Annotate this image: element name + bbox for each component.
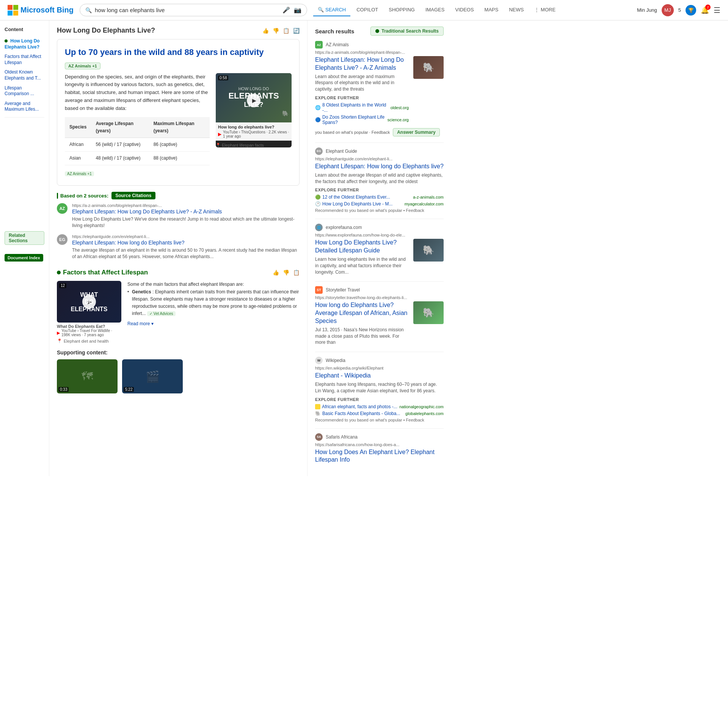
factors-video-thumb[interactable]: 12 WHAT DO ELEPHANTS xyxy=(57,281,121,323)
document-index-badge[interactable]: Document Index xyxy=(5,254,43,262)
result-favicon-wiki: W xyxy=(315,357,323,364)
tab-shopping[interactable]: SHOPPING xyxy=(384,4,419,16)
result-title-ef[interactable]: How Long Do Elephants Live? Detailed Lif… xyxy=(315,239,409,255)
explore-link-zoos-text[interactable]: 🔵 Do Zoos Shorten Elephant Life Spans? xyxy=(315,114,388,125)
supporting-thumbs: 0:33 🗺 5:22 🎬 xyxy=(57,359,300,393)
explore-link-oldest-ever-text[interactable]: 🟢 12 of the Oldest Elephants Ever... xyxy=(315,194,413,200)
result-item-st: ST Storyteller Travel https://storytelle… xyxy=(315,286,444,346)
result-favicon-ef: 🌐 xyxy=(315,224,323,231)
tab-news[interactable]: NEWS xyxy=(504,4,528,16)
source-url-eg: https://elephantguide.com/en/elephant-li… xyxy=(72,234,300,239)
result-title-wiki[interactable]: Elephant - Wikipedia xyxy=(315,372,444,380)
factors-copy[interactable]: 📋 xyxy=(293,269,300,276)
answer-summary-badge[interactable]: Answer Summary xyxy=(393,128,439,136)
source-item-az: AZ https://a-z-animals.com/blog/elephant… xyxy=(57,203,300,229)
explore-link-natgeo: African elephant, facts and photos -... … xyxy=(315,404,444,409)
tab-maps[interactable]: MAPS xyxy=(480,4,503,16)
video-play-button[interactable] xyxy=(247,94,260,107)
explore-link-how-long-text[interactable]: 🕐 How Long Do Elephants Live - M... xyxy=(315,201,405,207)
tab-search[interactable]: 🔍 SEARCH xyxy=(313,4,350,16)
result-desc-eg: Learn about the average lifespan of wild… xyxy=(315,172,444,185)
search-bar[interactable]: 🔍 🎤 📷 xyxy=(80,4,307,16)
source-citations-badge[interactable]: Source Citations xyxy=(111,192,155,199)
explore-link-globalelephants-text[interactable]: 🐘 Basic Facts About Elephants - Globa... xyxy=(315,411,405,416)
video-meta: How long do elephants live? ▶ YouTube › … xyxy=(216,122,292,141)
recommended-text-wiki: Recommended to you based on what's popul… xyxy=(315,418,444,422)
result-url-wiki: https://en.wikipedia.org/wiki/Elephant xyxy=(315,366,444,370)
sidebar-item-average[interactable]: Average and Maximum Lifes... xyxy=(5,99,44,114)
result-title-sa[interactable]: How Long Does An Elephant Live? Elephant… xyxy=(315,448,444,464)
sidebar-item-factors[interactable]: Factors that Affect Lifespan xyxy=(5,52,44,67)
bing-logo-icon xyxy=(8,5,18,16)
copy-icon[interactable]: 📋 xyxy=(283,28,289,34)
explore-link-globalelephants: 🐘 Basic Facts About Elephants - Globa...… xyxy=(315,411,444,416)
factors-section-title: Factors that Affect Lifespan xyxy=(57,269,148,276)
explore-link-oldest-ever-domain: a-z-animals.com xyxy=(413,195,444,199)
video-platform: ▶ YouTube › ThisQuestions · 2.2K views ·… xyxy=(218,130,289,138)
mic-icon[interactable]: 🎤 xyxy=(282,6,290,14)
explore-links-az: 🌐 8 Oldest Elephants in the World -... o… xyxy=(315,102,409,125)
vet-badge[interactable]: ✓ Vet Advices xyxy=(147,311,175,316)
sidebar-item-oldest[interactable]: Oldest Known Elephants and T... xyxy=(5,68,44,83)
result-favicon-az: AZ xyxy=(315,41,323,49)
factors-video-meta-title: What Do Elephants Eat? xyxy=(57,324,121,329)
tab-more[interactable]: ⋮ MORE xyxy=(530,4,560,16)
camera-icon[interactable]: 📷 xyxy=(294,6,301,14)
read-more-button[interactable]: Read more ▾ xyxy=(127,320,300,327)
source-title-az[interactable]: Elephant Lifespan: How Long Do Elephants… xyxy=(72,208,300,215)
hamburger-menu[interactable]: ☰ xyxy=(714,6,720,15)
result-row-ef: How Long Do Elephants Live? Detailed Lif… xyxy=(315,239,444,275)
video-thumbnail[interactable]: 0:58 HOW LONG DO ELEPHANTS LIVE? 🐘 How l… xyxy=(216,73,292,147)
table-row-african: African 56 (wild) / 17 (captive) 86 (cap… xyxy=(65,138,210,151)
result-domain-st: Storyteller Travel xyxy=(326,287,360,293)
answer-source-badge[interactable]: AZ Animals +1 xyxy=(65,63,100,69)
tab-copilot[interactable]: COPILOT xyxy=(352,4,383,16)
result-item-eg: EG Elephant Guide https://elephantguide.… xyxy=(315,147,444,213)
result-main-ef: How Long Do Elephants Live? Detailed Lif… xyxy=(315,239,409,275)
page-title-row: How Long Do Elephants Live? 👍 👎 📋 🔄 xyxy=(57,27,300,34)
search-input[interactable] xyxy=(95,7,279,13)
user-avatar[interactable]: MJ xyxy=(662,4,674,16)
result-domain-ef: explorefauna.com xyxy=(326,225,362,230)
sidebar-item-comparison[interactable]: Lifespan Comparison ... xyxy=(5,84,44,99)
video-caption: 📍 Elephant lifespan facts xyxy=(216,143,292,147)
result-domain-wiki: Wikipedia xyxy=(326,358,345,363)
thumbs-up-icon[interactable]: 👍 xyxy=(262,28,269,34)
table-source-badge[interactable]: AZ Animals +1 xyxy=(65,171,94,176)
result-title-az[interactable]: Elephant Lifespan: How Long Do Elephants… xyxy=(315,56,409,72)
result-title-eg[interactable]: Elephant Lifespan: How long do Elephants… xyxy=(315,163,444,171)
supporting-thumb-1[interactable]: 0:33 🗺 xyxy=(57,359,118,393)
tab-images[interactable]: IMAGES xyxy=(421,4,449,16)
reward-icon[interactable]: 🏆 xyxy=(686,5,696,16)
refresh-icon[interactable]: 🔄 xyxy=(293,28,300,34)
traditional-results-badge[interactable]: Traditional Search Results xyxy=(370,27,444,36)
result-title-st[interactable]: How long do Elephants Live? Average Life… xyxy=(315,301,409,325)
factors-section-header: Factors that Affect Lifespan 👍 👎 📋 xyxy=(57,269,300,276)
factors-thumbs-up[interactable]: 👍 xyxy=(273,269,279,276)
sidebar-item-lifespan[interactable]: How Long Do Elephants Live? xyxy=(5,37,44,52)
genetics-label: Genetics xyxy=(132,289,151,295)
source-title-eg[interactable]: Elephant Lifespan: How long do Elephants… xyxy=(72,240,300,246)
explore-link-oldest-text[interactable]: 🌐 8 Oldest Elephants in the World -... xyxy=(315,102,391,113)
factors-text: Some of the main factors that affect ele… xyxy=(127,281,300,343)
related-sections-badge[interactable]: Related Sections xyxy=(5,231,44,245)
result-source-row-ef: 🌐 explorefauna.com xyxy=(315,224,444,231)
answer-headline: Up to 70 years in the wild and 88 years … xyxy=(65,47,264,58)
notification-icon[interactable]: 🔔 2 xyxy=(701,6,709,14)
dots-icon: 🔵 xyxy=(315,117,321,122)
video-channel: YouTube › ThisQuestions · 2.2K views · 1… xyxy=(223,130,289,138)
explore-link-natgeo-text[interactable]: African elephant, facts and photos -... xyxy=(315,404,399,409)
source-desc-eg: The average lifespan of an elephant in t… xyxy=(72,247,300,260)
red-elephant-icon: 🐘 xyxy=(315,411,321,416)
result-favicon-st: ST xyxy=(315,286,323,294)
center-content: How Long Do Elephants Live? 👍 👎 📋 🔄 Up t… xyxy=(49,20,307,476)
factors-dot xyxy=(57,271,61,274)
table-header-species: Species xyxy=(65,117,91,138)
supporting-thumb-2[interactable]: 5:22 🎬 xyxy=(122,359,183,393)
factors-thumbs-down[interactable]: 👎 xyxy=(283,269,289,276)
thumbs-down-icon[interactable]: 👎 xyxy=(273,28,279,34)
tab-videos[interactable]: VIDEOS xyxy=(450,4,478,16)
table-cell-african-species: African xyxy=(65,138,91,151)
globe-icon: 🌐 xyxy=(315,105,321,110)
source-icon-eg: EG xyxy=(57,234,67,245)
